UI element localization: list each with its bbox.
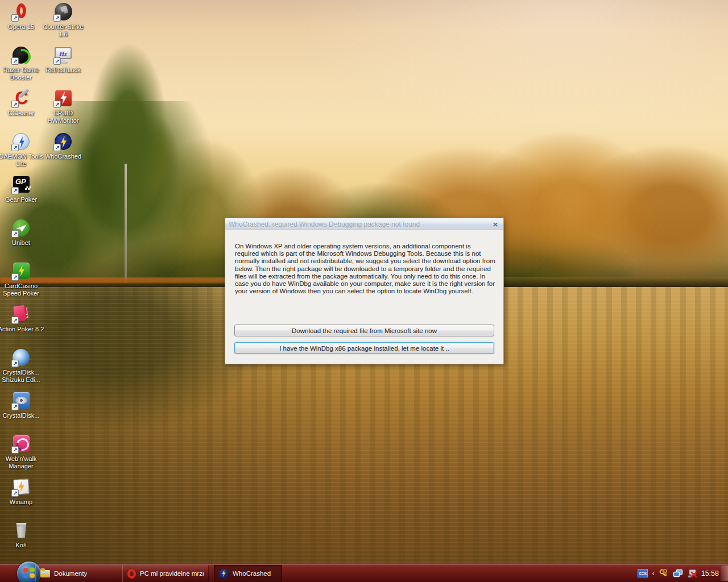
desktop-icon-label: Winamp [0,498,46,506]
system-tray: CS ‹ [638,564,719,582]
shortcut-arrow-icon: ↗ [11,317,19,324]
desktop-icon-label: Unibet [0,239,46,247]
network-disconnected-tray-icon[interactable] [687,568,697,579]
language-indicator[interactable]: CS [638,569,648,577]
taskbar-button-label: WhoCrashed [233,570,271,577]
desktop-icon-gear-poker[interactable]: GP↗ Gear Poker [0,175,46,203]
desktop-icon-unibet[interactable]: ↗ Unibet [0,218,46,247]
desktop-icon-counter-strike[interactable]: ↗ Counter-Strike 1.6 [39,2,88,38]
shortcut-arrow-icon: ↗ [53,14,61,22]
desktop-icon-recycle-bin[interactable]: Koš [0,521,46,549]
dialog-titlebar[interactable]: WhoCrashed: required Windows Debugging p… [225,218,503,230]
keys-tray-icon[interactable] [659,568,669,579]
shortcut-arrow-icon: ↗ [11,446,19,454]
shortcut-arrow-icon: ↗ [11,273,19,281]
folder-icon [40,570,50,577]
desktop-icon-cpuid-hwmonitor[interactable]: ↗ CPUID HWMonitor [39,89,88,124]
desktop-icon-label: CardCasino Speed Poker [0,282,46,297]
desktop-icon-crystaldisk[interactable]: ↗ CrystalDisk... [0,391,46,419]
desktop-icon-label: Counter-Strike 1.6 [39,23,88,38]
taskbar: Dokumenty PC mi pravidelne mrzn... WhoCr… [0,564,728,582]
desktop-icon-label: CrystalDisk... Shizuku Edi... [0,369,46,383]
shortcut-arrow-icon: ↗ [11,101,19,108]
opera-icon [127,569,136,579]
desktop-icon-label: Web'n'walk Manager [0,455,46,469]
taskbar-button-opera[interactable]: PC mi pravidelne mrzn... [122,565,209,582]
desktop-icon-label: WhoCrashed [39,153,88,160]
shortcut-arrow-icon: ↗ [11,230,19,238]
recycle-bin-icon [15,523,27,538]
shortcut-arrow-icon: ↗ [53,101,61,108]
dialog-title: WhoCrashed: required Windows Debugging p… [229,221,420,228]
desktop-icon-cardcasino-speed-poker[interactable]: ↗ CardCasino Speed Poker [0,261,46,297]
taskbar-button-label: PC mi pravidelne mrzn... [140,570,204,577]
shortcut-arrow-icon: ↗ [53,144,61,151]
whocrashed-icon [219,569,229,579]
taskbar-right-edge[interactable] [721,566,728,581]
windows-logo-icon [23,567,35,578]
download-required-file-button[interactable]: Download the required file from Microsof… [234,325,494,336]
taskbar-button-label: Dokumenty [54,570,87,577]
network-monitors-tray-icon[interactable] [673,568,683,579]
desktop-icon-label: CPUID HWMonitor [39,110,88,124]
dialog-body-text: On Windows XP and older operating system… [235,243,496,295]
screen: ↗ Opera 15 ↗ Counter-Strike 1.6 ↗ Razer … [0,0,728,582]
desktop-icon-label: Action Poker 8.2 [0,326,46,333]
desktop-icon-webnwalk-manager[interactable]: ↗ Web'n'walk Manager [0,434,46,469]
desktop-icon-action-poker[interactable]: !↗ Action Poker 8.2 [0,305,46,333]
desktop-icon-label: Gear Poker [0,196,46,203]
desktop-icon-whocrashed[interactable]: ↗ WhoCrashed [39,132,88,160]
shortcut-arrow-icon: ↗ [11,360,19,367]
desktop-icon-label: Koš [0,542,46,549]
shortcut-arrow-icon: ↗ [11,57,19,65]
shortcut-arrow-icon: ↗ [11,489,19,497]
close-icon[interactable]: × [491,221,500,228]
tray-clock: 15:58 [701,569,719,577]
desktop-icon-crystaldisk-shizuku[interactable]: ↗ CrystalDisk... Shizuku Edi... [0,348,46,383]
taskbar-button-dokumenty[interactable]: Dokumenty [35,565,122,582]
whocrashed-dialog: WhoCrashed: required Windows Debugging p… [225,218,504,364]
shortcut-arrow-icon: ↗ [11,403,19,410]
desktop-icon-winamp[interactable]: ↗ Winamp [0,477,46,506]
tray-collapse-chevron-icon[interactable]: ‹ [652,569,654,577]
shortcut-arrow-icon: ↗ [11,14,19,22]
shortcut-arrow-icon: ↗ [11,144,19,151]
shortcut-arrow-icon: ↗ [11,187,19,194]
taskbar-button-whocrashed[interactable]: WhoCrashed [214,565,282,582]
locate-windbg-button[interactable]: I have the WinDbg x86 package installed,… [234,342,494,354]
desktop-icon-label: RefreshLock [39,66,88,74]
shortcut-arrow-icon: ↗ [53,57,61,65]
desktop-icon-refreshlock[interactable]: Hz↗ RefreshLock [39,45,88,74]
desktop-icon-label: CrystalDisk... [0,412,46,419]
